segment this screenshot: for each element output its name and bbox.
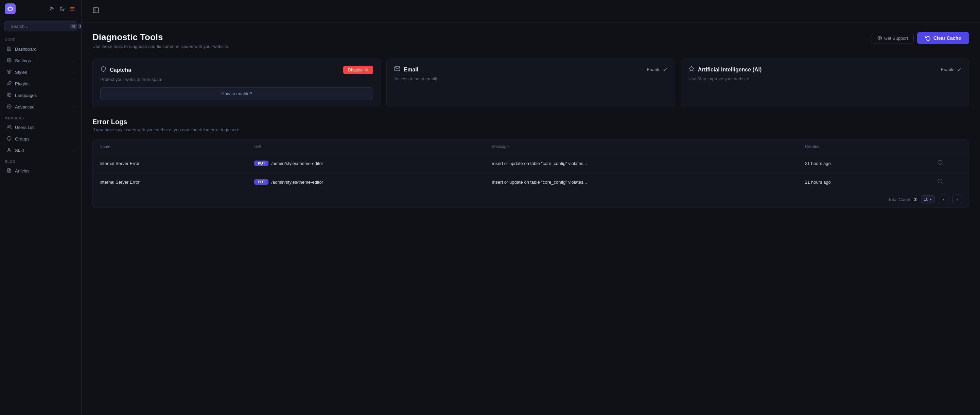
row-search-icon[interactable] (937, 180, 943, 185)
table-row: Internal Server Error PUT /admin/styles/… (93, 154, 969, 173)
svg-point-10 (8, 59, 10, 61)
error-logs-subtitle: If you have any issues with your website… (92, 127, 969, 132)
sidebar-item-plugins[interactable]: Plugins (2, 78, 79, 89)
plugins-icon (7, 81, 11, 87)
logo (5, 3, 16, 14)
advanced-icon (7, 104, 11, 110)
theme-toggle-btn[interactable] (58, 5, 66, 13)
page-title-group: Diagnostic Tools Use these tools to diag… (92, 32, 229, 49)
check-icon (956, 67, 961, 72)
search-input[interactable] (11, 24, 68, 29)
close-icon: ✕ (364, 67, 368, 72)
disable-label: Disable (348, 67, 363, 72)
enable-badge[interactable]: Enable (647, 67, 667, 72)
shortcut-cmd: ⌘ (70, 24, 77, 29)
table-body: Internal Server Error PUT /admin/styles/… (93, 154, 969, 192)
svg-marker-31 (689, 66, 694, 71)
captcha-card-icon (100, 66, 107, 74)
enable-label: Enable (647, 67, 660, 72)
svg-rect-8 (8, 49, 9, 50)
prev-page-button[interactable]: ‹ (939, 195, 948, 204)
clear-cache-label: Clear Cache (934, 35, 961, 41)
cell-message: insert or update on table "core_config" … (485, 173, 798, 192)
total-count-label: Total Count: 2 (888, 197, 916, 202)
articles-icon (7, 168, 11, 174)
languages-icon (7, 93, 11, 98)
cell-message: insert or update on table "core_config" … (485, 154, 798, 173)
svg-rect-9 (10, 49, 11, 50)
table-row: Internal Server Error PUT /admin/styles/… (93, 173, 969, 192)
card-title-group: Email (394, 65, 418, 73)
sidebar-item-advanced[interactable]: Advanced › (2, 101, 79, 113)
svg-point-16 (8, 125, 10, 127)
page-actions: Get Support Clear Cache (872, 32, 969, 44)
nav-section-label: Members (0, 113, 81, 121)
check-icon (663, 67, 667, 72)
cell-created: 21 hours ago (798, 154, 912, 173)
error-logs-table-container: NameURLMessageCreated Internal Server Er… (92, 139, 969, 208)
cell-url: PUT /admin/styles/theme-editor (247, 154, 485, 173)
sidebar-item-languages[interactable]: Languages (2, 90, 79, 101)
row-search-icon[interactable] (937, 161, 943, 167)
svg-rect-6 (8, 47, 9, 48)
sidebar: ⌘ K Core Dashboard Settings › Styles › P… (0, 0, 81, 415)
card-header: Artificial Intelligence (AI) Enable (689, 65, 961, 73)
per-page-select[interactable]: 10 ▾ (921, 195, 935, 203)
sidebar-item-label: Articles (15, 168, 30, 174)
sidebar-item-styles[interactable]: Styles › (2, 67, 79, 78)
cell-name: Internal Server Error (93, 154, 247, 173)
search-bar[interactable]: ⌘ K (4, 21, 77, 31)
sidebar-item-dashboard[interactable]: Dashboard (2, 43, 79, 55)
next-page-button[interactable]: › (953, 195, 962, 204)
page-content: Diagnostic Tools Use these tools to diag… (81, 22, 980, 415)
clear-cache-button[interactable]: Clear Cache (917, 32, 969, 44)
cell-action (912, 173, 969, 192)
sidebar-toggle-btn[interactable] (91, 5, 100, 17)
card-title: Captcha (110, 67, 131, 73)
svg-point-15 (8, 106, 10, 107)
page-subtitle: Use these tools to diagnose and fix comm… (92, 44, 229, 49)
nav-sections: Core Dashboard Settings › Styles › Plugi… (0, 35, 81, 177)
cell-name: Internal Server Error (93, 173, 247, 192)
svg-point-33 (938, 179, 942, 183)
chevron-right-icon: › (73, 105, 75, 109)
sidebar-item-staff[interactable]: Staff › (2, 145, 79, 156)
main-content: Diagnostic Tools Use these tools to diag… (81, 0, 980, 415)
enable-badge[interactable]: Enable (941, 67, 961, 72)
sidebar-item-label: Groups (15, 136, 30, 142)
sidebar-item-users-list[interactable]: Users List (2, 122, 79, 133)
svg-point-32 (938, 160, 942, 164)
translate-icon-btn[interactable] (48, 5, 56, 13)
error-logs-section: Error Logs If you have any issues with y… (92, 118, 969, 208)
svg-rect-23 (94, 8, 99, 13)
get-support-label: Get Support (884, 36, 908, 41)
sidebar-item-label: Dashboard (15, 46, 37, 52)
card-description: Access to send emails. (394, 76, 667, 81)
svg-point-20 (8, 148, 10, 150)
enable-label: Enable (941, 67, 955, 72)
header-icons (48, 5, 76, 13)
email-card-icon (394, 65, 400, 73)
ai-card-icon (689, 65, 695, 73)
disable-badge[interactable]: Disable ✕ (343, 65, 373, 74)
menu-icon-btn[interactable] (68, 5, 76, 13)
how-to-enable-button[interactable]: How to enable? (100, 88, 373, 100)
table-column-header: Name (93, 139, 247, 154)
cards-row: Captcha Disable ✕ Protect your website f… (92, 59, 969, 107)
settings-icon (7, 58, 11, 64)
table-column-header: URL (247, 139, 485, 154)
url-text: /admin/styles/theme-editor (271, 180, 323, 185)
get-support-button[interactable]: Get Support (872, 33, 914, 44)
card-ai: Artificial Intelligence (AI) Enable Use … (681, 59, 969, 107)
svg-rect-7 (10, 47, 11, 48)
method-badge: PUT (254, 179, 269, 185)
error-logs-title: Error Logs (92, 118, 969, 126)
staff-icon (7, 148, 11, 153)
card-header: Captcha Disable ✕ (100, 65, 373, 74)
sidebar-item-settings[interactable]: Settings › (2, 55, 79, 66)
clear-cache-icon (925, 35, 931, 41)
sidebar-item-articles[interactable]: Articles (2, 165, 79, 177)
sidebar-item-groups[interactable]: Groups (2, 133, 79, 145)
table-column-header: Created (798, 139, 912, 154)
users-list-icon (7, 124, 11, 130)
